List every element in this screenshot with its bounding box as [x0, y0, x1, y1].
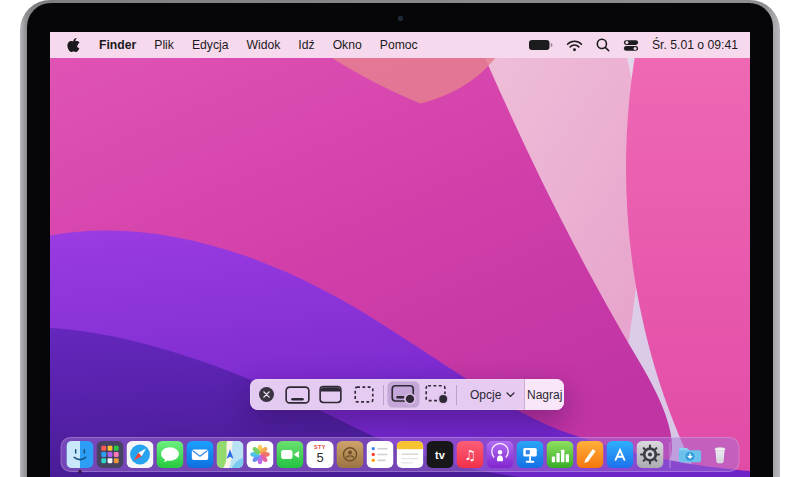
- options-dropdown[interactable]: Opcje: [460, 379, 525, 410]
- wallpaper: [50, 32, 750, 477]
- dock-item-reminders[interactable]: [367, 441, 394, 468]
- dock-separator: [670, 442, 671, 468]
- capture-selection-button[interactable]: [347, 381, 380, 408]
- dock: STY 5 tv ♫: [61, 437, 740, 472]
- record-button[interactable]: Nagraj: [525, 379, 564, 410]
- dock-item-safari[interactable]: [127, 441, 154, 468]
- capture-window-button[interactable]: [314, 381, 347, 408]
- dock-item-pages[interactable]: [577, 441, 604, 468]
- control-center-icon[interactable]: [623, 39, 639, 52]
- menu-bar: Finder Plik Edycja Widok Idź Okno Pomoc: [50, 32, 750, 58]
- battery-icon[interactable]: [528, 39, 553, 51]
- menu-item-okno[interactable]: Okno: [324, 32, 371, 58]
- chevron-down-icon: [506, 392, 515, 398]
- dock-item-numbers[interactable]: [547, 441, 574, 468]
- dock-item-notes[interactable]: [397, 441, 424, 468]
- dock-item-launchpad[interactable]: [97, 441, 124, 468]
- apple-menu[interactable]: [67, 32, 90, 58]
- dock-item-downloads[interactable]: [677, 441, 704, 468]
- dock-item-facetime[interactable]: [277, 441, 304, 468]
- record-selection-button[interactable]: [420, 381, 453, 408]
- running-indicator: [79, 470, 82, 473]
- capture-entire-screen-button[interactable]: [281, 381, 314, 408]
- record-entire-screen-button[interactable]: [387, 381, 420, 408]
- spotlight-search-icon[interactable]: [596, 38, 610, 52]
- dock-item-photos[interactable]: [247, 441, 274, 468]
- screenshot-toolbar: Opcje Nagraj: [250, 379, 564, 410]
- webcam-icon: [398, 16, 403, 21]
- toolbar-divider: [383, 385, 384, 405]
- dock-item-system-preferences[interactable]: [637, 441, 664, 468]
- dock-item-podcasts[interactable]: [487, 441, 514, 468]
- dock-item-music[interactable]: ♫: [457, 441, 484, 468]
- menu-item-pomoc[interactable]: Pomoc: [371, 32, 427, 58]
- dock-item-appstore[interactable]: [607, 441, 634, 468]
- svg-text:♫: ♫: [464, 447, 476, 463]
- wifi-icon[interactable]: [566, 39, 583, 52]
- menu-item-idz[interactable]: Idź: [289, 32, 323, 58]
- apple-logo-icon: [67, 38, 80, 53]
- dock-item-maps[interactable]: [217, 441, 244, 468]
- svg-text:tv: tv: [435, 449, 446, 461]
- screen-bezel: Finder Plik Edycja Widok Idź Okno Pomoc: [27, 3, 773, 477]
- dock-item-messages[interactable]: [157, 441, 184, 468]
- menu-item-finder[interactable]: Finder: [90, 32, 145, 58]
- calendar-day-label: 5: [316, 451, 323, 465]
- dock-item-contacts[interactable]: [337, 441, 364, 468]
- dock-item-finder[interactable]: [67, 441, 94, 468]
- menu-item-widok[interactable]: Widok: [237, 32, 289, 58]
- options-label: Opcje: [470, 388, 501, 402]
- toolbar-divider: [456, 385, 457, 405]
- menu-item-edycja[interactable]: Edycja: [183, 32, 238, 58]
- close-icon[interactable]: [259, 387, 274, 402]
- dock-item-mail[interactable]: [187, 441, 214, 468]
- dock-item-trash[interactable]: [707, 441, 734, 468]
- menu-item-plik[interactable]: Plik: [145, 32, 183, 58]
- macbook-frame: Finder Plik Edycja Widok Idź Okno Pomoc: [20, 0, 780, 477]
- desktop-screen: Finder Plik Edycja Widok Idź Okno Pomoc: [50, 32, 750, 477]
- menu-bar-clock[interactable]: Śr. 5.01 o 09:41: [652, 38, 738, 52]
- record-label: Nagraj: [527, 388, 562, 402]
- dock-item-tv[interactable]: tv: [427, 441, 454, 468]
- dock-item-keynote[interactable]: [517, 441, 544, 468]
- dock-item-calendar[interactable]: STY 5: [307, 441, 334, 468]
